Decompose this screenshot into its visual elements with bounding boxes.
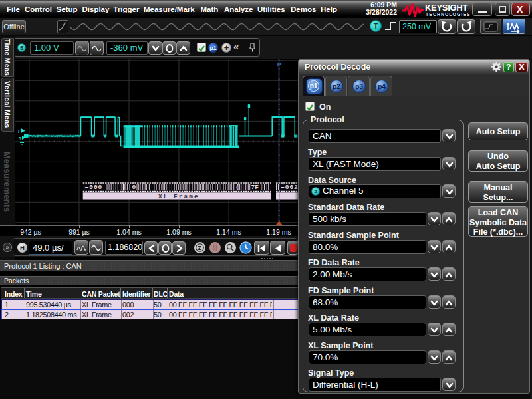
svg-text:XL Frame: XL Frame: [158, 193, 200, 200]
svg-text:=000: =000: [85, 184, 103, 191]
svg-text:7F: 7F: [251, 184, 259, 191]
svg-text:(: (: [235, 184, 239, 191]
svg-text:P: P: [277, 61, 281, 68]
svg-text:=002: =002: [281, 184, 298, 191]
svg-text:0: 0: [132, 184, 136, 191]
svg-text:T: T: [17, 129, 21, 134]
svg-text:5: 5: [19, 136, 21, 141]
svg-text:Z: Z: [198, 245, 201, 251]
